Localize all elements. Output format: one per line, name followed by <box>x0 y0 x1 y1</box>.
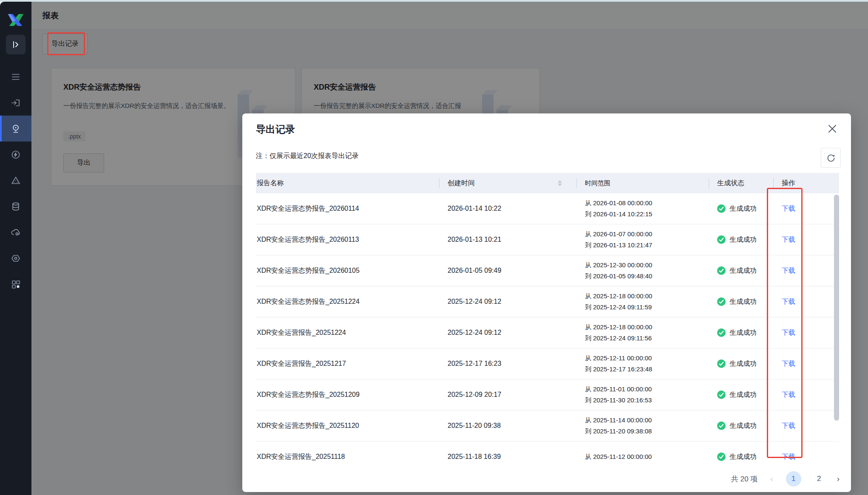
pagination-page-2[interactable]: 2 <box>814 475 824 483</box>
time-range-cell: 从 2025-12-18 00:00:00 到 2025-12-24 09:11… <box>576 291 709 313</box>
download-link[interactable]: 下载 <box>782 267 795 274</box>
download-link[interactable]: 下载 <box>782 360 795 367</box>
export-records-modal: 导出记录 注：仅展示最近20次报表导出记录 报告名称 创建时间 时间范围 生成状… <box>242 113 851 492</box>
table-row: XDR安全运营态势报告_20260114 2026-01-14 10:22 从 … <box>256 193 839 224</box>
refresh-icon <box>826 153 836 163</box>
sidebar-item-response[interactable] <box>0 141 31 167</box>
sidebar-item-reports-active[interactable] <box>0 116 31 141</box>
header-action: 操作 <box>773 173 839 193</box>
modal-title: 导出记录 <box>256 123 295 136</box>
database-icon <box>11 201 21 212</box>
range-to: 到 2025-12-24 09:11:59 <box>585 302 709 313</box>
status-text: 生成成功 <box>729 421 757 430</box>
range-from: 从 2025-11-12 00:00:00 <box>585 451 709 462</box>
report-name-cell: XDR安全运营态势报告_20251209 <box>256 390 439 399</box>
time-range-cell: 从 2026-01-08 00:00:00 到 2026-01-14 10:22… <box>576 198 709 220</box>
success-check-icon <box>717 421 726 430</box>
table-header: 报告名称 创建时间 时间范围 生成状态 操作 <box>256 173 839 193</box>
created-time-cell: 2026-01-13 10:21 <box>439 236 576 243</box>
sidebar <box>0 2 31 495</box>
table-row: XDR安全运营报告_20251217 2025-12-17 16:23 从 20… <box>256 348 839 379</box>
range-to: 到 2025-12-17 16:23:48 <box>585 364 709 375</box>
download-link[interactable]: 下载 <box>782 298 795 305</box>
status-cell: 生成成功 <box>709 266 773 275</box>
pagination-total: 共 20 项 <box>731 474 757 484</box>
range-from: 从 2025-11-01 00:00:00 <box>585 384 709 395</box>
time-range-cell: 从 2025-12-18 00:00:00 到 2025-12-24 09:11… <box>576 322 709 344</box>
pagination: 共 20 项 ‹ 1 2 › <box>731 470 840 487</box>
created-time-cell: 2025-11-20 09:38 <box>439 422 576 430</box>
sidebar-item-menu[interactable] <box>0 64 31 90</box>
success-check-icon <box>717 204 726 213</box>
time-range-cell: 从 2025-11-01 00:00:00 到 2025-11-30 20:16… <box>576 384 709 406</box>
status-text: 生成成功 <box>729 328 757 337</box>
range-to: 到 2026-01-13 10:21:47 <box>585 240 709 251</box>
import-box-icon <box>11 98 21 108</box>
download-link[interactable]: 下载 <box>782 422 795 429</box>
table-row: XDR安全运营态势报告_20260113 2026-01-13 10:21 从 … <box>256 224 839 255</box>
hexagon-nut-icon <box>11 253 21 263</box>
created-time-cell: 2025-12-24 09:12 <box>439 329 576 337</box>
header-status: 生成状态 <box>709 173 773 193</box>
modal-close-button[interactable] <box>826 123 838 135</box>
modal-note: 注：仅展示最近20次报表导出记录 <box>256 152 359 161</box>
hamburger-menu-icon <box>11 72 21 82</box>
status-text: 生成成功 <box>729 297 757 306</box>
range-to: 到 2026-01-14 10:22:15 <box>585 209 709 220</box>
report-name-cell: XDR安全运营报告_20251224 <box>256 328 439 337</box>
range-to: 到 2026-01-05 09:48:40 <box>585 271 709 282</box>
download-link[interactable]: 下载 <box>782 329 795 336</box>
table-row: XDR安全运营态势报告_20251209 2025-12-09 20:17 从 … <box>256 379 839 410</box>
created-time-cell: 2026-01-05 09:49 <box>439 267 576 274</box>
sidebar-item-data[interactable] <box>0 193 31 219</box>
download-link[interactable]: 下载 <box>782 205 795 212</box>
sidebar-collapse-button[interactable] <box>6 35 26 54</box>
status-cell: 生成成功 <box>709 235 773 244</box>
status-cell: 生成成功 <box>709 453 773 461</box>
download-link[interactable]: 下载 <box>782 391 795 398</box>
range-from: 从 2025-12-11 00:00:00 <box>585 353 709 364</box>
status-cell: 生成成功 <box>709 297 773 306</box>
sidebar-item-alerts[interactable] <box>0 167 31 193</box>
created-time-cell: 2026-01-14 10:22 <box>439 205 576 212</box>
time-range-cell: 从 2026-01-07 00:00:00 到 2026-01-13 10:21… <box>576 229 709 251</box>
range-to: 到 2025-11-30 20:16:53 <box>585 395 709 406</box>
download-link[interactable]: 下载 <box>782 236 795 243</box>
header-time-range: 时间范围 <box>576 173 709 193</box>
apps-grid-icon <box>11 279 21 289</box>
range-from: 从 2026-01-07 00:00:00 <box>585 229 709 240</box>
scrollbar-thumb[interactable] <box>834 195 839 421</box>
status-text: 生成成功 <box>729 235 757 244</box>
range-from: 从 2025-12-30 00:00:00 <box>585 260 709 271</box>
table-row: XDR安全运营态势报告_20260105 2026-01-05 09:49 从 … <box>256 255 839 286</box>
expand-panel-icon <box>11 40 21 50</box>
range-from: 从 2025-12-18 00:00:00 <box>585 322 709 333</box>
table-row: XDR安全运营报告_20251224 2025-12-24 09:12 从 20… <box>256 317 839 348</box>
sidebar-item-apps[interactable] <box>0 271 31 297</box>
pagination-prev-button[interactable]: ‹ <box>770 474 773 484</box>
report-name-cell: XDR安全运营态势报告_20251224 <box>256 297 439 306</box>
sidebar-item-cloud[interactable] <box>0 219 31 245</box>
pagination-page-1[interactable]: 1 <box>786 471 801 487</box>
sort-carets-icon[interactable] <box>558 180 562 186</box>
success-check-icon <box>717 453 726 461</box>
report-name-cell: XDR安全运营态势报告_20260105 <box>256 266 439 275</box>
download-link[interactable]: 下载 <box>782 453 795 460</box>
header-report-name: 报告名称 <box>256 173 439 193</box>
status-cell: 生成成功 <box>709 421 773 430</box>
status-text: 生成成功 <box>729 266 757 275</box>
success-check-icon <box>717 328 726 337</box>
range-to: 到 2025-12-24 09:11:56 <box>585 333 709 344</box>
sidebar-item-workbench[interactable] <box>0 90 31 116</box>
refresh-button[interactable] <box>821 148 841 168</box>
pagination-next-button[interactable]: › <box>837 474 840 484</box>
created-time-cell: 2025-12-09 20:17 <box>439 391 576 399</box>
time-range-cell: 从 2025-12-30 00:00:00 到 2026-01-05 09:48… <box>576 260 709 282</box>
range-from: 从 2025-12-18 00:00:00 <box>585 291 709 302</box>
table-row: XDR安全运营态势报告_20251120 2025-11-20 09:38 从 … <box>256 410 839 441</box>
sidebar-item-settings[interactable] <box>0 245 31 271</box>
top-edge-strip <box>0 0 868 2</box>
time-range-cell: 从 2025-11-12 00:00:00 <box>576 451 709 462</box>
table-body: XDR安全运营态势报告_20260114 2026-01-14 10:22 从 … <box>256 193 839 464</box>
app-logo-x-icon <box>7 11 25 29</box>
